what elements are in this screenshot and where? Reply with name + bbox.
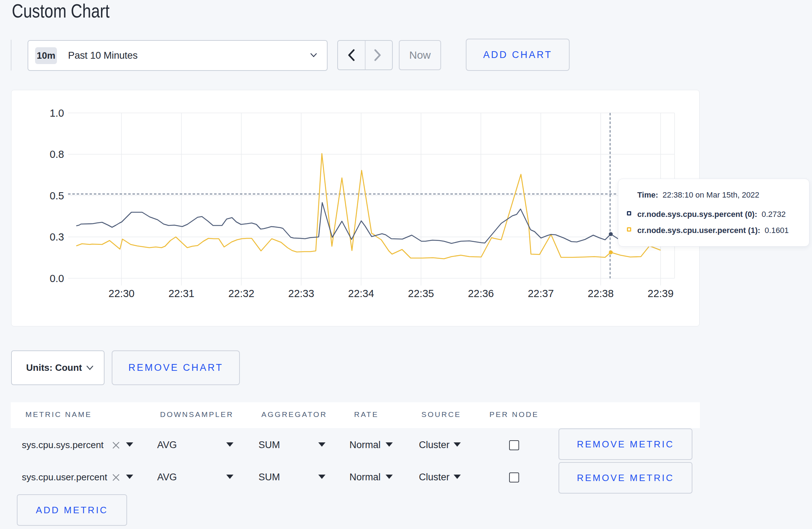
svg-text:22:32: 22:32 <box>228 288 255 299</box>
svg-text:22:36: 22:36 <box>468 288 494 299</box>
svg-text:22:38: 22:38 <box>588 288 614 299</box>
svg-text:22:34: 22:34 <box>348 288 374 299</box>
svg-text:22:37: 22:37 <box>528 288 554 299</box>
svg-text:1.0: 1.0 <box>50 107 64 119</box>
svg-text:22:39: 22:39 <box>648 288 674 299</box>
svg-text:0.0: 0.0 <box>50 273 64 284</box>
svg-text:22:33: 22:33 <box>288 288 314 299</box>
svg-text:22:31: 22:31 <box>168 288 194 299</box>
svg-text:0.5: 0.5 <box>50 190 64 202</box>
svg-text:22:30: 22:30 <box>108 288 135 299</box>
svg-text:0.3: 0.3 <box>50 231 64 243</box>
svg-text:0.8: 0.8 <box>50 149 64 160</box>
svg-text:22:35: 22:35 <box>408 288 434 299</box>
